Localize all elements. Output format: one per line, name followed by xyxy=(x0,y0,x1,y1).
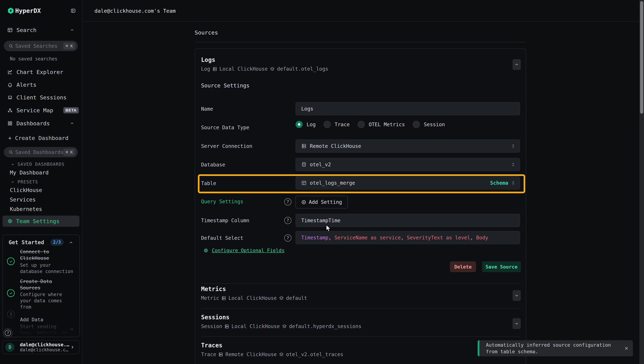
hyperdx-logo-icon xyxy=(7,7,14,14)
toast-message: Automatically inferred source configurat… xyxy=(486,342,615,355)
chart-icon xyxy=(7,69,13,75)
presets-section-header[interactable]: PRESETS xyxy=(11,180,38,184)
name-value: Logs xyxy=(301,106,313,112)
help-circle-icon[interactable]: ? xyxy=(284,198,291,206)
saved-dashboards-section-header[interactable]: SAVED DASHBOARDS xyxy=(11,162,65,167)
database-select[interactable]: otel_v2 xyxy=(296,158,520,171)
source-type-text: Log xyxy=(201,66,210,72)
sidebar-item-label: Alerts xyxy=(17,82,37,88)
team-settings-label: Team Settings xyxy=(16,218,60,224)
traces-section-subtitle: Trace Remote ClickHouse otel_v2.otel_tra… xyxy=(201,352,343,358)
save-source-button[interactable]: Save Source xyxy=(482,262,521,272)
sidebar-item-client-sessions[interactable]: Client Sessions xyxy=(0,93,82,102)
no-saved-searches-text: No saved searches xyxy=(10,56,58,62)
expand-sessions-button[interactable] xyxy=(512,318,521,329)
server-name-text: Local ClickHouse xyxy=(232,324,280,329)
sidebar-item-team-settings[interactable]: Team Settings xyxy=(3,216,80,227)
divider xyxy=(201,336,520,336)
gear-icon xyxy=(203,248,209,253)
database-icon xyxy=(301,144,307,149)
chevron-up-icon xyxy=(70,121,75,126)
team-title: dale@clickhouse.com's Team xyxy=(95,8,176,14)
check-circle-icon xyxy=(7,258,15,265)
checklist-item-desc: Configure where your data comes from xyxy=(20,292,76,310)
select-updown-icon xyxy=(511,144,516,148)
sidebar-item-chart-explorer[interactable]: Chart Explorer xyxy=(0,68,82,76)
table-name-text: otel_v2.otel_traces xyxy=(286,352,343,358)
help-button[interactable]: ? xyxy=(3,328,13,338)
database-icon xyxy=(224,324,229,329)
search-icon xyxy=(9,150,14,155)
create-dashboard-label: Create Dashboard xyxy=(15,135,69,141)
logs-section-title: Logs xyxy=(201,56,215,63)
chevron-up-icon[interactable] xyxy=(69,240,73,245)
close-icon[interactable]: × xyxy=(625,344,628,352)
collapse-sidebar-icon[interactable] xyxy=(71,8,76,14)
get-started-card: Get Started 2/3 Connect to ClickHouse Se… xyxy=(3,234,80,337)
radio-label: OTEL Metrics xyxy=(369,122,405,128)
divider xyxy=(201,308,520,308)
saved-dashboards-input[interactable]: Saved Dashboards ⌘ K xyxy=(4,147,78,157)
scrollbar-thumb[interactable] xyxy=(640,1,643,114)
section-header-label: PRESETS xyxy=(18,180,38,184)
table-label: Table xyxy=(201,180,216,186)
sidebar-item-my-dashboard[interactable]: My Dashboard xyxy=(10,170,49,176)
schema-link[interactable]: Schema xyxy=(490,180,508,186)
chevron-up-icon xyxy=(514,62,519,67)
server-connection-label: Server Connection xyxy=(201,143,252,149)
gear-icon xyxy=(7,218,13,224)
database-icon xyxy=(218,352,223,357)
user-name: dale@clickhouse.… xyxy=(20,342,69,347)
sidebar-item-alerts[interactable]: Alerts xyxy=(0,81,82,89)
traces-section-title: Traces xyxy=(201,342,222,349)
radio-otel-metrics[interactable]: OTEL Metrics xyxy=(358,121,405,128)
card-fade xyxy=(3,322,80,337)
cmd-k-shortcut: ⌘ K xyxy=(63,42,75,50)
user-email: dale@clickhouse.c… xyxy=(20,347,69,352)
table-select[interactable]: otel_logs_merge Schema xyxy=(296,176,520,190)
radio-log[interactable]: Log xyxy=(296,121,316,128)
radio-trace[interactable]: Trace xyxy=(324,121,350,128)
user-profile-button[interactable]: D dale@clickhouse.… dale@clickhouse.c… xyxy=(3,340,80,354)
sidebar-item-kubernetes[interactable]: Kubernetes xyxy=(10,206,42,212)
layers-icon xyxy=(279,352,284,357)
database-icon xyxy=(221,296,226,301)
collapse-logs-button[interactable] xyxy=(512,59,521,70)
mouse-cursor xyxy=(326,224,333,232)
configure-optional-fields-row: Configure Optional Fields xyxy=(203,248,284,253)
checklist-item-title: Create Data Sources xyxy=(20,278,74,291)
help-circle-icon[interactable]: ? xyxy=(284,217,291,224)
sidebar-item-search[interactable]: Search xyxy=(0,26,82,34)
saved-searches-placeholder: Saved Searches xyxy=(15,43,58,49)
saved-searches-input[interactable]: Saved Searches ⌘ K xyxy=(4,41,78,51)
configure-optional-fields-link[interactable]: Configure Optional Fields xyxy=(212,248,284,253)
radio-unselected-icon xyxy=(413,121,420,128)
help-circle-icon[interactable]: ? xyxy=(284,234,291,242)
name-input[interactable]: Logs xyxy=(296,102,520,115)
table-name-text: default.otel_logs xyxy=(277,66,328,72)
server-connection-value: Remote ClickHouse xyxy=(310,143,361,149)
delete-button[interactable]: Delete xyxy=(450,262,476,272)
server-name-text: Remote ClickHouse xyxy=(225,352,277,358)
radio-label: Trace xyxy=(335,122,350,128)
create-dashboard-button[interactable]: + Create Dashboard xyxy=(0,134,82,142)
radio-session[interactable]: Session xyxy=(413,121,445,128)
sidebar-item-service-map[interactable]: Service Map BETA xyxy=(0,106,82,114)
bell-icon xyxy=(7,82,13,88)
sidebar-item-dashboards[interactable]: Dashboards xyxy=(0,119,82,128)
page-title: Sources xyxy=(195,29,218,36)
expand-metrics-button[interactable] xyxy=(512,290,521,301)
default-select-input[interactable]: Timestamp, ServiceName as service, Sever… xyxy=(296,231,520,244)
select-updown-icon xyxy=(511,180,516,186)
chevron-up-icon xyxy=(70,28,75,32)
database-cylinder-icon xyxy=(301,162,307,167)
sidebar-item-services[interactable]: Services xyxy=(10,196,36,203)
sessions-section-subtitle: Session Local ClickHouse default.hyperdx… xyxy=(201,324,361,329)
sidebar-item-label: Chart Explorer xyxy=(17,69,63,75)
sidebar-item-clickhouse[interactable]: ClickHouse xyxy=(10,187,42,193)
sidebar-item-label: Client Sessions xyxy=(17,94,67,101)
add-setting-button[interactable]: Add Setting xyxy=(296,196,348,208)
server-connection-select[interactable]: Remote ClickHouse xyxy=(296,140,520,153)
layers-icon xyxy=(282,324,287,329)
sources-card: Logs Log Local ClickHouse default.otel_l… xyxy=(195,48,526,364)
